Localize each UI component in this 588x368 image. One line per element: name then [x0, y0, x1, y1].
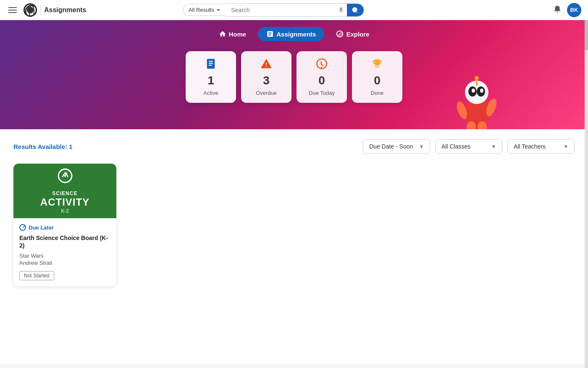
filter-group: Due Date - Soon ▼ All Classes ▼ All Teac… [363, 139, 575, 154]
teacher-filter[interactable]: All Teachers ▼ [507, 139, 575, 154]
stat-card-active[interactable]: 1 Active [186, 51, 236, 103]
due-status: Due Later [19, 224, 110, 231]
card-teacher: Andrew Strait [19, 260, 110, 266]
tab-home-label: Home [229, 31, 247, 38]
svg-point-12 [475, 76, 479, 80]
overdue-label: Overdue [256, 90, 277, 96]
svg-point-1 [29, 5, 34, 17]
due-today-count: 0 [318, 74, 325, 87]
done-label: Done [370, 90, 383, 96]
search-container: All Results [183, 3, 364, 17]
not-started-badge: Not Started [19, 271, 54, 280]
cards-grid: SCIENCE ACTIVITY K-2 Due Later Earth Sci… [13, 164, 575, 286]
card-subject-icon [57, 168, 73, 187]
class-filter-label: All Classes [441, 143, 470, 150]
sort-filter[interactable]: Due Date - Soon ▼ [363, 139, 430, 154]
search-filter-label: All Results [189, 7, 214, 13]
sort-filter-label: Due Date - Soon [369, 143, 413, 150]
assignment-card[interactable]: SCIENCE ACTIVITY K-2 Due Later Earth Sci… [13, 164, 116, 286]
active-count: 1 [207, 74, 214, 87]
due-status-label: Due Later [29, 224, 54, 231]
done-count: 0 [374, 74, 381, 87]
due-clock-icon [19, 224, 26, 231]
stat-card-due-today[interactable]: 0 Due Today [297, 51, 347, 103]
results-text: Results Available: 1 [13, 143, 73, 150]
teacher-filter-label: All Teachers [514, 143, 546, 150]
overdue-count: 3 [263, 74, 270, 87]
top-nav: Assignments All Results BK [0, 0, 588, 20]
scrollbar[interactable] [585, 0, 588, 368]
hamburger-menu-button[interactable] [7, 5, 18, 15]
card-type-label: ACTIVITY [40, 196, 89, 208]
due-today-label: Due Today [309, 90, 335, 96]
svg-point-0 [26, 5, 37, 17]
logo: Assignments [24, 3, 86, 17]
hero-tabs: Home Assignments Explore [0, 20, 588, 41]
svg-point-10 [480, 89, 483, 93]
nav-icons: BK [553, 3, 581, 17]
search-input[interactable] [226, 4, 335, 16]
results-count: 1 [69, 143, 72, 150]
active-label: Active [203, 90, 218, 96]
class-chevron-icon: ▼ [491, 144, 496, 149]
done-icon [371, 58, 383, 71]
main-content: Results Available: 1 Due Date - Soon ▼ A… [0, 129, 588, 364]
tab-assignments-label: Assignments [276, 31, 316, 38]
tab-explore[interactable]: Explore [328, 27, 378, 41]
sort-chevron-icon: ▼ [419, 144, 424, 149]
results-bar: Results Available: 1 Due Date - Soon ▼ A… [13, 139, 575, 154]
search-button[interactable] [347, 4, 364, 16]
svg-point-4 [321, 66, 323, 68]
card-class: Star Wars [19, 253, 110, 259]
card-image: SCIENCE ACTIVITY K-2 [13, 164, 116, 218]
tab-assignments[interactable]: Assignments [258, 27, 324, 41]
card-subject-label: SCIENCE [52, 191, 77, 196]
svg-point-9 [472, 89, 475, 93]
mic-button[interactable] [335, 4, 347, 16]
class-filter[interactable]: All Classes ▼ [435, 139, 502, 154]
notifications-button[interactable] [553, 5, 562, 15]
search-filter-dropdown[interactable]: All Results [183, 4, 226, 16]
svg-point-20 [64, 172, 66, 174]
card-body: Due Later Earth Science Choice Board (K-… [13, 218, 116, 286]
logo-icon [24, 3, 37, 17]
card-title: Earth Science Choice Board (K-2) [19, 234, 110, 249]
avatar[interactable]: BK [567, 3, 581, 17]
robot-mascot [449, 62, 504, 129]
tab-explore-label: Explore [346, 31, 369, 38]
overdue-icon [260, 58, 272, 71]
card-grade-label: K-2 [61, 208, 69, 214]
stat-card-done[interactable]: 0 Done [352, 51, 402, 103]
search-input-wrapper [226, 3, 364, 17]
active-icon [205, 58, 217, 71]
tab-home[interactable]: Home [210, 27, 255, 41]
results-label: Results Available: [13, 143, 69, 150]
due-today-icon [316, 58, 328, 71]
stat-card-overdue[interactable]: 3 Overdue [241, 51, 291, 103]
app-title: Assignments [44, 6, 86, 14]
teacher-chevron-icon: ▼ [564, 144, 568, 149]
hero-banner: Home Assignments Explore 1 Active 3 Over… [0, 20, 588, 129]
nav-divider [40, 5, 41, 15]
